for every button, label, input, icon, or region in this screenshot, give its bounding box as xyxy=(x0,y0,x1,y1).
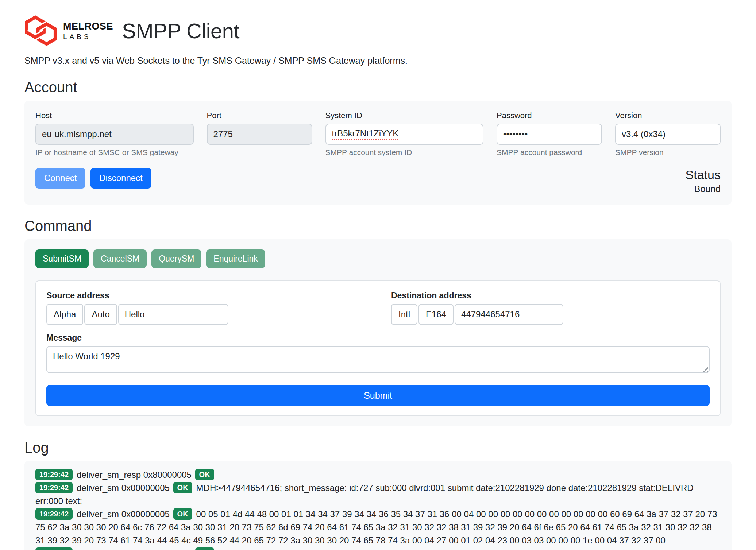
host-field-group: Host IP or hostname of SMSC or SMS gatew… xyxy=(35,111,194,157)
log-ok-badge: OK xyxy=(173,508,192,520)
source-address-label: Source address xyxy=(46,291,391,301)
source-npi-select[interactable]: Auto xyxy=(84,304,117,325)
command-heading: Command xyxy=(24,218,732,234)
log-time-badge: 19:29:42 xyxy=(35,547,73,550)
log-ok-badge: OK xyxy=(173,482,192,493)
version-input[interactable] xyxy=(615,124,721,145)
submitsm-panel: Source address Alpha Auto Destination ad… xyxy=(35,280,721,416)
account-heading: Account xyxy=(24,79,732,96)
log-entry: 19:29:42deliver_sm 0x00000005 OK00 05 01… xyxy=(35,508,721,547)
log-card: 19:29:42deliver_sm_resp 0x80000005 OK 19… xyxy=(24,461,732,550)
log-pdu-text: deliver_sm 0x00000005 xyxy=(77,509,170,519)
log-ok-badge: OK xyxy=(195,469,214,480)
port-field-group: Port xyxy=(207,111,312,157)
password-help: SMPP account password xyxy=(497,148,602,157)
system-id-label: System ID xyxy=(325,111,484,120)
log-time-badge: 19:29:42 xyxy=(35,508,73,520)
destination-npi-select[interactable]: E164 xyxy=(418,304,454,325)
brand-name: MELROSE xyxy=(63,21,113,32)
connect-button[interactable]: Connect xyxy=(35,168,85,189)
log-pdu-text: deliver_sm_resp 0x80000005 xyxy=(77,549,192,550)
log-heading: Log xyxy=(24,439,732,456)
host-input[interactable] xyxy=(35,124,194,145)
version-label: Version xyxy=(615,111,721,120)
message-area-wrap: Hello World 1929 xyxy=(46,346,710,375)
log-entry: 19:29:42deliver_sm_resp 0x80000005 OK xyxy=(35,547,721,550)
command-card: SubmitSM CancelSM QuerySM EnquireLink So… xyxy=(24,239,732,426)
password-label: Password xyxy=(497,111,602,120)
log-pdu-text: deliver_sm_resp 0x80000005 xyxy=(77,470,192,480)
destination-address-input[interactable] xyxy=(455,304,563,325)
version-field-group: Version SMPP version xyxy=(615,111,721,157)
page-container: MELROSE LABS SMPP Client SMPP v3.x and v… xyxy=(24,0,732,550)
status-label: Status xyxy=(686,168,721,182)
disconnect-button[interactable]: Disconnect xyxy=(90,168,151,189)
status-badge: Bound xyxy=(686,184,721,194)
system-id-help: SMPP account system ID xyxy=(325,148,484,157)
port-label: Port xyxy=(207,111,312,120)
status-block: Status Bound xyxy=(686,168,721,194)
password-input[interactable] xyxy=(497,124,602,145)
log-entry: 19:29:42deliver_sm 0x00000005 OKMDH>4479… xyxy=(35,481,721,508)
command-tabs: SubmitSM CancelSM QuerySM EnquireLink xyxy=(35,249,721,268)
header: MELROSE LABS SMPP Client xyxy=(24,15,732,47)
log-entry: 19:29:42deliver_sm_resp 0x80000005 OK xyxy=(35,468,721,481)
password-field-group: Password SMPP account password xyxy=(497,111,602,157)
log-time-badge: 19:29:42 xyxy=(35,469,73,480)
destination-address-label: Destination address xyxy=(391,291,563,301)
version-help: SMPP version xyxy=(615,148,721,157)
port-input[interactable] xyxy=(207,124,312,145)
connection-buttons: Connect Disconnect xyxy=(35,168,151,189)
log-time-badge: 19:29:42 xyxy=(35,482,73,493)
destination-address-group: Destination address Intl E164 xyxy=(391,291,563,325)
host-help: IP or hostname of SMSC or SMS gateway xyxy=(35,148,194,157)
system-id-field-group: System ID trB5kr7Nt1ZiYYK SMPP account s… xyxy=(325,111,484,157)
source-ton-select[interactable]: Alpha xyxy=(46,304,83,325)
tab-querysm[interactable]: QuerySM xyxy=(151,249,201,268)
system-id-value: trB5kr7Nt1ZiYYK xyxy=(332,128,399,140)
page-title: SMPP Client xyxy=(122,19,239,43)
system-id-input[interactable]: trB5kr7Nt1ZiYYK xyxy=(325,124,484,145)
melrose-labs-logo-icon xyxy=(24,15,58,47)
tab-submitsm[interactable]: SubmitSM xyxy=(35,249,89,268)
brand-wordmark: MELROSE LABS xyxy=(63,21,113,41)
message-textarea[interactable]: Hello World 1929 xyxy=(46,346,710,373)
brand-sub: LABS xyxy=(63,33,113,41)
destination-ton-select[interactable]: Intl xyxy=(391,304,417,325)
tab-enquirelink[interactable]: EnquireLink xyxy=(206,249,265,268)
submit-button[interactable]: Submit xyxy=(46,385,710,406)
account-card: Host IP or hostname of SMSC or SMS gatew… xyxy=(24,101,732,205)
source-address-input[interactable] xyxy=(118,304,228,325)
log-ok-badge: OK xyxy=(195,547,214,550)
host-label: Host xyxy=(35,111,194,120)
page-subtitle: SMPP v3.x and v5 via Web Sockets to the … xyxy=(24,55,732,66)
tab-cancelsm[interactable]: CancelSM xyxy=(93,249,147,268)
log-pdu-text: deliver_sm 0x00000005 xyxy=(77,483,170,493)
source-address-group: Source address Alpha Auto xyxy=(46,291,391,325)
message-label: Message xyxy=(46,333,710,343)
